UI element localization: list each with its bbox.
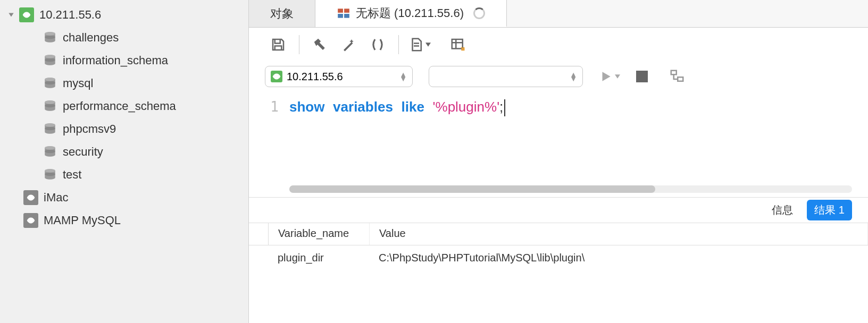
results-tab-bar: 信息 结果 1 [249, 198, 868, 223]
connection-icon [19, 7, 34, 22]
parentheses-button[interactable] [364, 31, 391, 58]
table-row[interactable]: plugin_dir C:\PhpStudy\PHPTutorial\MySQL… [249, 245, 868, 270]
sidebar-database[interactable]: security [0, 140, 248, 163]
database-icon [43, 53, 57, 68]
export-button[interactable] [445, 31, 471, 58]
tab-label: 对象 [270, 6, 294, 22]
svg-point-7 [45, 81, 55, 84]
tab-result-1[interactable]: 结果 1 [807, 200, 852, 220]
text-cursor [504, 99, 505, 116]
explain-button[interactable] [664, 63, 690, 90]
row-handle[interactable] [249, 253, 268, 262]
connection-label: iMac [44, 191, 68, 205]
connection-icon [23, 213, 38, 228]
table-icon [337, 6, 350, 20]
column-header[interactable]: Variable_name [269, 223, 370, 245]
connection-active[interactable]: 10.211.55.6 [0, 3, 248, 26]
sidebar-database[interactable]: performance_schema [0, 95, 248, 117]
svg-rect-23 [338, 14, 343, 18]
svg-rect-27 [678, 77, 683, 81]
database-label: test [63, 168, 81, 182]
sidebar-connection[interactable]: MAMP MySQL [0, 209, 248, 232]
svg-rect-22 [344, 8, 349, 13]
tab-objects[interactable]: 对象 [249, 0, 315, 27]
sidebar-database[interactable]: phpcmsv9 [0, 117, 248, 140]
svg-point-19 [45, 172, 55, 176]
svg-point-8 [45, 78, 55, 81]
connection-label: 10.211.55.6 [39, 8, 101, 22]
database-label: performance_schema [63, 99, 176, 113]
svg-point-1 [45, 35, 55, 39]
column-header[interactable]: Value [370, 223, 868, 245]
disclosure-triangle-icon[interactable] [6, 10, 16, 20]
table-header: Variable_name Value [249, 223, 868, 245]
sidebar-database[interactable]: mysql [0, 72, 248, 95]
database-icon [43, 30, 57, 45]
svg-point-20 [45, 169, 55, 173]
tab-info[interactable]: 信息 [764, 200, 800, 220]
toolbar [249, 28, 868, 62]
document-button[interactable] [406, 31, 433, 58]
cell-variable-name[interactable]: plugin_dir [268, 248, 369, 268]
schema-selector[interactable]: ▲▼ [429, 66, 583, 87]
svg-point-16 [45, 149, 55, 153]
toolbar-separator [299, 35, 299, 54]
database-label: mysql [63, 76, 93, 90]
selector-bar: 10.211.55.6 ▲▼ ▲▼ [249, 62, 868, 91]
stepper-icon: ▲▼ [570, 72, 577, 81]
run-button[interactable] [599, 70, 620, 83]
database-label: information_schema [63, 54, 168, 67]
line-number: 1 [249, 91, 289, 197]
svg-point-10 [45, 104, 55, 107]
connection-icon [271, 71, 282, 82]
tab-query[interactable]: 无标题 (10.211.55.6) [315, 0, 507, 27]
database-icon [43, 144, 57, 159]
database-icon [43, 76, 57, 91]
stepper-icon: ▲▼ [399, 72, 407, 81]
connection-selector-label: 10.211.55.6 [287, 71, 343, 83]
code-content[interactable]: show variables like '%plugin%'; [289, 91, 868, 197]
svg-rect-21 [338, 8, 343, 13]
sidebar-database[interactable]: challenges [0, 26, 248, 49]
svg-rect-26 [671, 71, 677, 75]
svg-point-14 [45, 123, 55, 127]
loading-spinner-icon [473, 7, 485, 19]
sidebar: 10.211.55.6 challengesinformation_schema… [0, 0, 249, 323]
results-table: Variable_name Value plugin_dir C:\PhpStu… [249, 223, 868, 323]
sidebar-database[interactable]: information_schema [0, 49, 248, 72]
svg-point-17 [45, 146, 55, 150]
sql-editor[interactable]: 1 show variables like '%plugin%'; [249, 91, 868, 198]
svg-rect-24 [344, 14, 349, 18]
hammer-button[interactable] [307, 31, 333, 58]
database-icon [43, 167, 57, 182]
stop-button[interactable] [636, 71, 648, 82]
database-label: security [63, 145, 103, 159]
connection-icon [23, 190, 38, 205]
database-icon [43, 99, 57, 114]
sidebar-connection[interactable]: iMac [0, 186, 248, 209]
svg-rect-25 [452, 39, 463, 49]
svg-point-2 [45, 32, 55, 35]
scrollbar-thumb[interactable] [289, 185, 655, 193]
connection-label: MAMP MySQL [44, 214, 121, 227]
save-button[interactable] [265, 31, 291, 58]
database-icon [43, 122, 57, 137]
svg-point-11 [45, 100, 55, 104]
wand-button[interactable] [336, 31, 362, 58]
horizontal-scrollbar[interactable] [289, 185, 852, 193]
connection-selector[interactable]: 10.211.55.6 ▲▼ [265, 66, 413, 87]
toolbar-separator [398, 35, 399, 54]
main-area: 对象 无标题 (10.211.55.6) [249, 0, 868, 323]
row-handle-header [249, 223, 269, 245]
database-label: challenges [63, 31, 119, 45]
database-label: phpcmsv9 [63, 122, 116, 136]
tab-label: 无标题 (10.211.55.6) [356, 5, 464, 21]
svg-point-5 [45, 55, 55, 58]
svg-point-13 [45, 126, 55, 130]
document-tabs: 对象 无标题 (10.211.55.6) [249, 0, 868, 28]
sidebar-database[interactable]: test [0, 163, 248, 186]
svg-point-4 [45, 58, 55, 62]
cell-value[interactable]: C:\PhpStudy\PHPTutorial\MySQL\lib\plugin… [369, 248, 868, 268]
